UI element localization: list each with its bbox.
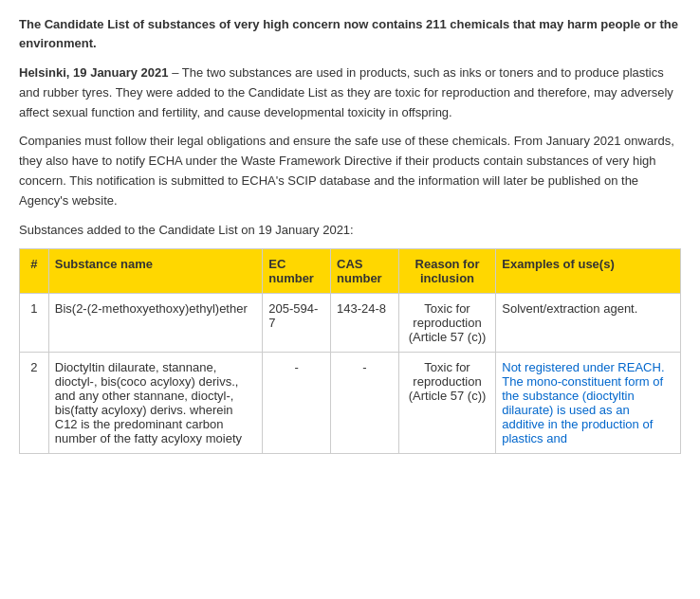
row2-num: 2	[20, 353, 49, 454]
header-name: Substance name	[48, 249, 263, 294]
row2-reason: Toxic for reproduction (Article 57 (c))	[398, 353, 496, 454]
substances-table: # Substance name EC number CAS number Re…	[19, 248, 681, 454]
paragraph2: Companies must follow their legal obliga…	[19, 132, 681, 210]
row1-ec: 205-594-7	[263, 294, 331, 353]
row1-reason: Toxic for reproduction (Article 57 (c))	[398, 294, 496, 353]
row1-cas: 143-24-8	[331, 294, 399, 353]
table-header-row: # Substance name EC number CAS number Re…	[20, 249, 681, 294]
subtitle: Substances added to the Candidate List o…	[19, 221, 681, 240]
paragraph1: Helsinki, 19 January 2021 – The two subs…	[19, 64, 681, 122]
row2-examples: Not registered under REACH. The mono-con…	[496, 353, 681, 454]
header-examples: Examples of use(s)	[496, 249, 681, 294]
header-cas: CAS number	[331, 249, 399, 294]
row1-name: Bis(2-(2-methoxyethoxy)ethyl)ether	[48, 294, 263, 353]
intro-bold: The Candidate List of substances of very…	[19, 15, 681, 52]
row2-ec: -	[263, 353, 331, 454]
header-ec: EC number	[263, 249, 331, 294]
row2-cas: -	[331, 353, 399, 454]
row1-num: 1	[20, 294, 49, 353]
table-row: 1 Bis(2-(2-methoxyethoxy)ethyl)ether 205…	[20, 294, 681, 353]
row2-name: Dioctyltin dilaurate, stannane, dioctyl-…	[48, 353, 263, 454]
header-reason: Reason for inclusion	[398, 249, 496, 294]
header-num: #	[20, 249, 49, 294]
table-row: 2 Dioctyltin dilaurate, stannane, diocty…	[20, 353, 681, 454]
date-location: Helsinki, 19 January 2021	[19, 65, 169, 80]
row1-examples: Solvent/extraction agent.	[496, 294, 681, 353]
